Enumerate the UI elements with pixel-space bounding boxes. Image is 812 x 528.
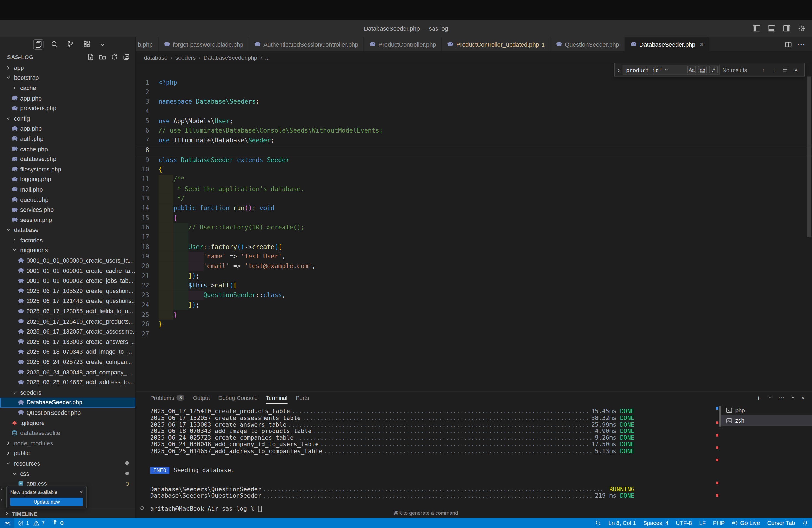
encoding-status[interactable]: UTF-8: [672, 518, 695, 528]
tree-item[interactable]: mail.php: [0, 185, 135, 195]
tree-item[interactable]: queue.php: [0, 194, 135, 205]
editor-scrollbar[interactable]: [807, 63, 812, 391]
collapse-all-icon[interactable]: [122, 53, 130, 61]
tree-item[interactable]: 0001_01_01_000002_create_jobs_tab...: [0, 276, 135, 286]
tree-item[interactable]: services.php: [0, 205, 135, 215]
terminal-dropdown-chevron-icon[interactable]: [768, 395, 773, 400]
tree-item[interactable]: 2025_06_17_125410_create_products...: [0, 316, 135, 326]
terminal-instance-zsh[interactable]: zsh: [721, 415, 812, 426]
refresh-icon[interactable]: [110, 53, 118, 61]
panel-close-icon[interactable]: ×: [801, 394, 805, 401]
new-terminal-icon[interactable]: ＋: [756, 393, 762, 402]
editor-tab[interactable]: ProductController.php: [364, 37, 442, 52]
find-input[interactable]: product_id" Aa ab .*: [623, 64, 720, 75]
tree-item[interactable]: auth.php: [0, 134, 135, 144]
language-mode[interactable]: PHP: [709, 518, 728, 528]
find-collapse-chevron-icon[interactable]: ›: [618, 66, 620, 73]
tree-item[interactable]: providers.php: [0, 103, 135, 114]
layout-sidebar-right-icon[interactable]: [782, 25, 791, 32]
code-editor[interactable]: › product_id" Aa ab .* No results ↑ ↓: [135, 63, 812, 391]
more-actions-icon[interactable]: ⋯: [797, 40, 806, 49]
tree-item[interactable]: session.php: [0, 215, 135, 225]
eol-status[interactable]: LF: [695, 518, 709, 528]
split-editor-icon[interactable]: [785, 41, 792, 47]
tree-item[interactable]: app.php: [0, 93, 135, 103]
tree-item[interactable]: QuestionSeeder.php: [0, 408, 135, 418]
tree-item[interactable]: css: [0, 468, 135, 479]
tree-item[interactable]: public: [0, 448, 135, 458]
tree-item[interactable]: .gitignore: [0, 418, 135, 428]
go-live-button[interactable]: Go Live: [728, 518, 764, 528]
editor-tab[interactable]: QuestionSeeder.php: [550, 37, 625, 52]
tree-item[interactable]: config: [0, 114, 135, 124]
tree-item[interactable]: database.php: [0, 154, 135, 164]
remote-indicator[interactable]: ><: [0, 518, 14, 528]
terminal-instance-php[interactable]: php: [721, 405, 812, 415]
tree-item[interactable]: app: [0, 63, 135, 73]
panel-more-icon[interactable]: ⋯: [778, 394, 785, 401]
tree-item[interactable]: migrations: [0, 245, 135, 255]
editor-tab[interactable]: forgot-password.blade.php: [158, 37, 249, 52]
tree-item[interactable]: 0001_01_01_000000_create_users_ta...: [0, 255, 135, 266]
timeline-section[interactable]: TIMELINE: [0, 509, 135, 518]
tree-item[interactable]: seeders: [0, 387, 135, 398]
find-next-icon[interactable]: ↓: [770, 67, 778, 73]
breadcrumb-item[interactable]: DatabaseSeeder.php: [204, 54, 257, 60]
breadcrumb-item[interactable]: seeders: [175, 54, 195, 60]
whole-word-toggle[interactable]: ab: [698, 66, 707, 73]
search-icon[interactable]: [49, 39, 60, 50]
zoom-status-icon[interactable]: [591, 518, 605, 528]
close-icon[interactable]: ×: [700, 41, 704, 47]
breadcrumb-item[interactable]: ...: [265, 54, 270, 60]
tree-item[interactable]: node_modules: [0, 438, 135, 448]
ports-status[interactable]: 0: [48, 518, 67, 528]
problems-status[interactable]: 1 7: [14, 518, 48, 528]
tree-item[interactable]: 2025_06_25_014657_add_address_to...: [0, 377, 135, 387]
panel-tab-output[interactable]: Output: [193, 392, 210, 404]
editor-tab[interactable]: b.php: [135, 37, 158, 52]
layout-panel-icon[interactable]: [768, 25, 776, 32]
close-icon[interactable]: ×: [79, 489, 83, 495]
tree-item[interactable]: resources: [0, 458, 135, 469]
indentation-status[interactable]: Spaces: 4: [639, 518, 672, 528]
find-previous-icon[interactable]: ↑: [759, 67, 768, 73]
tree-item[interactable]: factories: [0, 235, 135, 245]
cursor-tab-status[interactable]: Cursor Tab: [764, 518, 798, 528]
tree-item[interactable]: database: [0, 225, 135, 235]
layout-sidebar-left-icon[interactable]: [752, 25, 760, 32]
panel-maximize-chevron-icon[interactable]: [790, 395, 795, 400]
breadcrumb-item[interactable]: database: [144, 54, 168, 60]
tree-item[interactable]: 2025_06_17_121443_create_questions...: [0, 296, 135, 306]
tree-item[interactable]: DatabaseSeeder.php: [0, 397, 135, 408]
new-file-icon[interactable]: [86, 53, 94, 61]
tree-item[interactable]: app.php: [0, 123, 135, 134]
tree-item[interactable]: 2025_06_24_030048_add_company_...: [0, 367, 135, 377]
panel-tab-problems[interactable]: Problems8: [150, 392, 185, 404]
new-folder-icon[interactable]: [98, 53, 106, 61]
tree-item[interactable]: filesystems.php: [0, 164, 135, 174]
tree-item[interactable]: database.sqlite: [0, 428, 135, 438]
tree-item[interactable]: logging.php: [0, 174, 135, 185]
editor-tab[interactable]: DatabaseSeeder.php×: [625, 37, 710, 52]
update-now-button[interactable]: Update now: [11, 498, 83, 506]
chevron-down-icon[interactable]: [98, 39, 108, 50]
source-control-icon[interactable]: [65, 39, 76, 50]
tree-item[interactable]: cache: [0, 83, 135, 93]
tree-item[interactable]: 2025_06_17_123055_add_fields_to_u...: [0, 306, 135, 317]
match-case-toggle[interactable]: Aa: [687, 66, 696, 73]
editor-tab[interactable]: ProductController_updated.php1: [441, 37, 550, 52]
tree-item[interactable]: 2025_06_17_105529_create_question...: [0, 286, 135, 296]
files-explorer-icon[interactable]: [33, 39, 44, 50]
tree-item[interactable]: bootstrap: [0, 73, 135, 83]
tree-item[interactable]: 2025_06_17_132057_create_assessme...: [0, 326, 135, 337]
panel-tab-debug-console[interactable]: Debug Console: [218, 392, 257, 404]
regex-toggle[interactable]: .*: [709, 66, 718, 73]
tree-item[interactable]: 0001_01_01_000001_create_cache_ta...: [0, 266, 135, 276]
find-close-icon[interactable]: ×: [792, 67, 800, 73]
panel-tab-terminal[interactable]: Terminal: [266, 392, 288, 404]
tree-item[interactable]: 2025_06_18_070343_add_image_to_...: [0, 347, 135, 357]
chevron-down-icon[interactable]: [664, 68, 668, 72]
tree-item[interactable]: cache.php: [0, 144, 135, 154]
panel-tab-ports[interactable]: Ports: [296, 392, 309, 404]
find-in-selection-icon[interactable]: [781, 67, 789, 73]
